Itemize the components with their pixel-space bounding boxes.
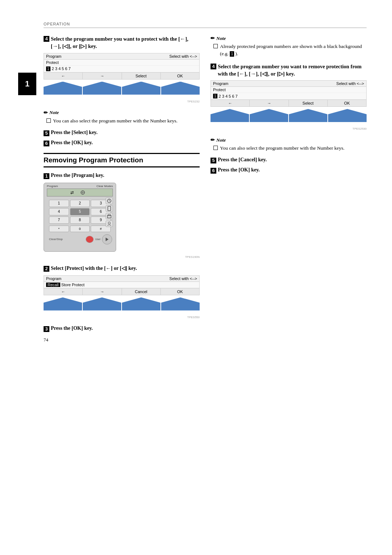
remove-panel2: Program Select with <--> Recall Store Pr…	[44, 275, 200, 295]
panel2-btn1[interactable]: ←	[44, 288, 83, 295]
panel2-label-left: Program	[46, 276, 61, 281]
keypad-key-1[interactable]: 1	[49, 200, 69, 207]
panel2-buttons: ← → Cancel OK	[44, 288, 199, 295]
auto-cycle-key[interactable]	[106, 198, 113, 204]
keypad-side-keys	[106, 198, 113, 227]
panel1-buttons: ← → Select OK	[44, 72, 199, 79]
pore-key[interactable]	[106, 213, 113, 219]
keypad-key-7[interactable]: 7	[49, 216, 69, 224]
keypad-key-star[interactable]: *	[49, 226, 69, 232]
keypad-clear-label: Clear Modes	[97, 185, 113, 188]
step6-protect-text: Press the [OK] key.	[51, 140, 93, 146]
step4-remove-num: 4	[211, 64, 216, 69]
step5-protect-num: 5	[44, 130, 49, 136]
panel2-btn4[interactable]: OK	[161, 288, 199, 295]
tpes3-label: TPES2530	[211, 127, 367, 130]
step6-remove-num: 6	[211, 168, 216, 174]
keypad-key-4[interactable]: 4	[49, 208, 69, 215]
note2-block: ✏ Note You can also select the program n…	[211, 137, 367, 152]
panel3-btn3[interactable]: Select	[289, 100, 328, 106]
note2-title: ✏ Note	[211, 137, 367, 143]
panel3-btn4[interactable]: OK	[328, 100, 366, 106]
step5-remove-text: Press the [Cancel] key.	[218, 157, 267, 163]
note1-checkbox-icon	[46, 118, 51, 123]
panel1-nums: 2 3 4 5 6 7	[52, 66, 71, 71]
waveform1	[44, 82, 200, 95]
panel3-btn2[interactable]: →	[250, 100, 289, 106]
prog-key[interactable]	[106, 205, 113, 212]
note1-title: ✏ Note	[44, 110, 200, 116]
keypad-key-8[interactable]: 8	[70, 216, 90, 224]
panel2-btn2[interactable]: →	[83, 288, 122, 295]
note-top-block: ✏ Note Already protected program numbers…	[211, 35, 367, 58]
wave2-key-3	[122, 297, 160, 311]
keypad-key-2[interactable]: 2	[70, 200, 90, 207]
start-key[interactable]	[102, 234, 112, 244]
step6-protect-num: 6	[44, 141, 49, 146]
panel3-buttons: ← → Select OK	[211, 100, 366, 106]
svg-text:⇄: ⇄	[70, 190, 74, 195]
wave-key-2	[83, 82, 121, 95]
wave-key-1	[44, 82, 82, 95]
panel3-btn1[interactable]: ←	[211, 100, 250, 106]
step3-remove: 3 Press the [OK] key.	[44, 325, 200, 332]
note2-item: You can also select the program number w…	[211, 145, 367, 152]
step6-remove-text: Press the [OK] key.	[218, 167, 260, 173]
note-top-pencil-icon: ✏	[211, 35, 215, 41]
remove-panel3: Program Select with <--> Protect 1 2 3 4…	[211, 80, 367, 107]
panel1-btn4[interactable]: OK	[161, 73, 199, 79]
step1-remove-text: Press the [Program] key.	[51, 173, 104, 178]
step4-remove-text: Select the program number you want to re…	[218, 63, 367, 78]
panel1-label-right: Select with <-->	[170, 54, 197, 58]
step5-remove-num: 5	[211, 158, 216, 163]
main-content: 4 Select the program number you want to …	[44, 35, 367, 336]
wave-key-3	[122, 82, 160, 95]
clear-stop-key[interactable]	[86, 236, 94, 243]
keypad-top-labels: Program Clear Modes	[44, 183, 116, 188]
panel1-btn2[interactable]: →	[83, 73, 122, 79]
left-column: 4 Select the program number you want to …	[44, 35, 200, 336]
note2-checkbox-icon	[213, 146, 218, 150]
panel1-label-left: Program	[46, 54, 61, 58]
panel1-num-prefix: 1	[46, 66, 50, 71]
wave-key-4	[161, 82, 200, 95]
user-key[interactable]	[106, 220, 113, 227]
panel3-row2: 1 2 3 4 5 6 7	[211, 93, 366, 100]
panel3-nums: 2 3 4 5 6 7	[219, 94, 238, 98]
step1-remove-num: 1	[44, 173, 49, 179]
sidebar-number: 1	[18, 73, 36, 95]
step6-remove: 6 Press the [OK] key.	[211, 167, 367, 174]
panel3-row1: Protect	[211, 87, 366, 93]
tpes-keypad-label: TPES190N	[44, 255, 200, 259]
step5-protect: 5 Press the [Select] key.	[44, 130, 200, 136]
keypad-key-0[interactable]: 0	[70, 226, 90, 232]
keypad-key-5[interactable]: 5	[70, 208, 90, 215]
panel2-recall-highlighted: Recall	[46, 283, 60, 287]
keypad-image: Program Clear Modes ⇄	[44, 183, 116, 252]
panel1-btn1[interactable]: ←	[44, 73, 83, 79]
prog-icon	[107, 206, 111, 211]
wave2-key-2	[83, 297, 121, 311]
step2-remove-text: Select [Protect] with the [←] or [◁] key…	[51, 265, 137, 271]
panel2-btn3[interactable]: Cancel	[122, 288, 161, 295]
keypad-grid: 1 2 3 4 5 6 7 8 9	[44, 199, 116, 225]
panel3-label-right: Select with <-->	[336, 81, 364, 86]
note2-pencil-icon: ✏	[211, 137, 215, 143]
note1-item: You can also select the program number w…	[44, 117, 200, 125]
panel1-btn3[interactable]: Select	[122, 73, 161, 79]
waveform2	[44, 297, 200, 311]
step2-remove-block: 2 Select [Protect] with the [←] or [◁] k…	[44, 265, 200, 319]
note-top-item: Already protected program numbers are sh…	[211, 43, 367, 58]
note1-pencil-icon: ✏	[44, 110, 48, 116]
step4-protect-header: 4 Select the program number you want to …	[44, 35, 200, 50]
wave3-key-3	[289, 109, 327, 122]
start-triangle-icon	[105, 237, 110, 242]
step2-remove-header: 2 Select [Protect] with the [←] or [◁] k…	[44, 265, 200, 272]
step3-remove-text: Press the [OK] key.	[51, 325, 93, 331]
note-top-text-end: ).	[235, 51, 238, 56]
waveform3	[211, 109, 367, 122]
panel1-header: Program Select with <-->	[44, 53, 199, 60]
step4-protect-block: 4 Select the program number you want to …	[44, 35, 200, 103]
keypad-bottom-row: * 0 #	[44, 225, 116, 233]
panel3-num-prefix: 1	[213, 94, 217, 98]
